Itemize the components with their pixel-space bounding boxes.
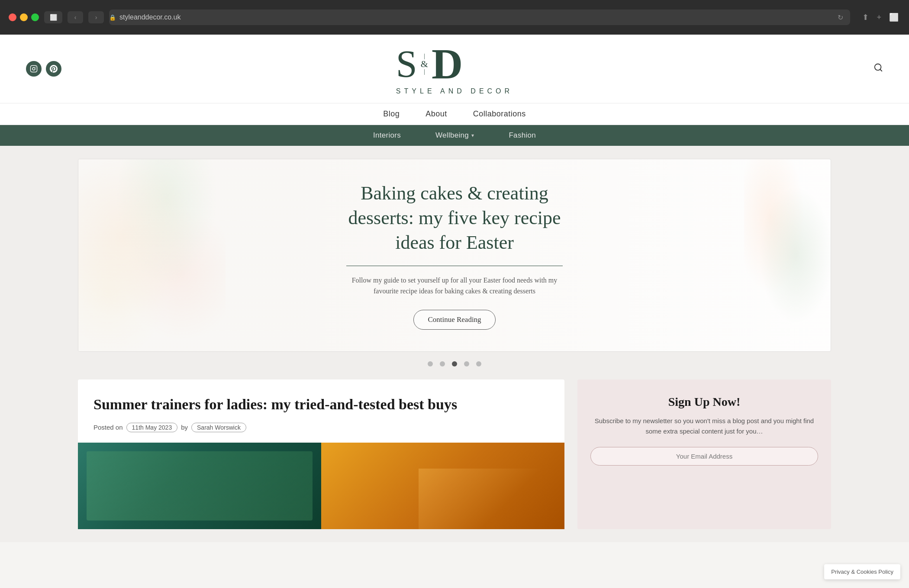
logo-subtitle: STYLE AND DECOR — [396, 87, 513, 95]
logo-s: S — [396, 45, 416, 83]
slider-dot-2[interactable] — [440, 361, 445, 366]
post-author[interactable]: Sarah Worswick — [191, 423, 246, 432]
tab-overview-button[interactable]: ⬜ — [887, 11, 900, 24]
newsletter-card: Sign Up Now! Subscribe to my newsletter … — [577, 379, 831, 529]
search-button[interactable] — [874, 63, 883, 75]
instagram-icon[interactable] — [26, 61, 42, 77]
share-button[interactable]: ⬆ — [861, 11, 870, 24]
svg-point-2 — [35, 67, 36, 67]
logo-text: S | & | D — [396, 42, 513, 86]
main-nav: Blog About Collaborations — [0, 103, 909, 125]
back-button[interactable]: ‹ — [68, 11, 83, 23]
blog-post-card: Summer trainers for ladies: my tried-and… — [78, 379, 564, 529]
pinterest-icon[interactable] — [46, 61, 61, 77]
hero-cta-button[interactable]: Continue Reading — [413, 310, 495, 330]
hero-description: Follow my guide to set yourself up for a… — [346, 275, 563, 297]
slider-dot-3[interactable] — [452, 361, 457, 366]
forward-button[interactable]: › — [88, 11, 104, 23]
post-title: Summer trainers for ladies: my tried-and… — [93, 395, 549, 414]
logo-d: D — [432, 42, 462, 86]
lock-icon: 🔒 — [109, 14, 116, 21]
hero-title: Baking cakes & creating desserts: my fiv… — [346, 181, 563, 255]
post-date[interactable]: 11th May 2023 — [126, 423, 178, 432]
nav-blog[interactable]: Blog — [383, 109, 400, 119]
slider-dot-1[interactable] — [428, 361, 433, 366]
hero-text: Baking cakes & creating desserts: my fiv… — [277, 159, 632, 351]
category-interiors[interactable]: Interiors — [373, 131, 401, 140]
url-text: styleanddecor.co.uk — [119, 13, 181, 21]
blog-section: Summer trainers for ladies: my tried-and… — [78, 379, 831, 529]
logo-ampersand: & — [421, 59, 427, 69]
post-author-prefix: by — [181, 424, 188, 431]
logo-divider: | & | — [418, 51, 430, 77]
traffic-lights — [9, 13, 39, 21]
slider-dots — [78, 361, 831, 366]
category-fashion[interactable]: Fashion — [509, 131, 536, 140]
maximize-button[interactable] — [31, 13, 39, 21]
post-meta: Posted on 11th May 2023 by Sarah Worswic… — [93, 423, 549, 432]
browser-chrome: ⬜ ‹ › 🔒 styleanddecor.co.uk ↻ ⬆ + ⬜ — [0, 0, 909, 35]
svg-rect-0 — [31, 66, 37, 72]
newsletter-title: Sign Up Now! — [668, 395, 740, 409]
newsletter-email-input[interactable] — [590, 447, 818, 466]
post-meta-prefix: Posted on — [93, 424, 123, 431]
sidebar-toggle-button[interactable]: ⬜ — [44, 11, 62, 23]
refresh-icon[interactable]: ↻ — [838, 13, 843, 22]
hero-slider: Baking cakes & creating desserts: my fiv… — [78, 159, 831, 352]
slider-dot-5[interactable] — [476, 361, 481, 366]
new-tab-button[interactable]: + — [875, 11, 883, 24]
svg-line-4 — [880, 69, 882, 71]
site-header: S | & | D STYLE AND DECOR — [0, 35, 909, 103]
slider-dot-4[interactable] — [464, 361, 469, 366]
category-wellbeing[interactable]: Wellbeing ▾ — [435, 131, 474, 140]
address-bar[interactable]: 🔒 styleanddecor.co.uk ↻ — [109, 10, 850, 25]
privacy-label: Privacy & Cookies Policy — [831, 569, 893, 575]
privacy-notice[interactable]: Privacy & Cookies Policy — [824, 564, 900, 579]
post-images — [78, 443, 564, 529]
wellbeing-dropdown-icon: ▾ — [471, 132, 474, 138]
newsletter-description: Subscribe to my newsletter so you won't … — [590, 416, 818, 437]
header-social — [26, 61, 61, 77]
close-button[interactable] — [9, 13, 16, 21]
hero-divider — [346, 266, 563, 266]
site-logo: S | & | D STYLE AND DECOR — [396, 42, 513, 95]
website: S | & | D STYLE AND DECOR Blog About Co — [0, 35, 909, 588]
main-content: Baking cakes & creating desserts: my fiv… — [0, 146, 909, 542]
post-image-yellow — [321, 443, 564, 529]
post-image-teal — [78, 443, 321, 529]
category-nav: Interiors Wellbeing ▾ Fashion — [0, 125, 909, 146]
header-search — [874, 63, 883, 75]
svg-point-1 — [32, 67, 35, 70]
nav-about[interactable]: About — [425, 109, 447, 119]
minimize-button[interactable] — [20, 13, 28, 21]
nav-collaborations[interactable]: Collaborations — [473, 109, 526, 119]
browser-actions: ⬆ + ⬜ — [861, 11, 900, 24]
